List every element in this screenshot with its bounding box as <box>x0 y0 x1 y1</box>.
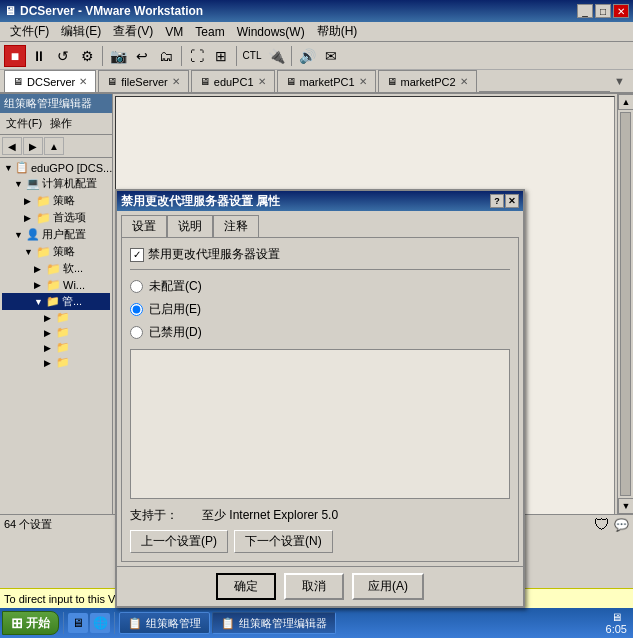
radio-dis-label: 已禁用(D) <box>149 324 202 341</box>
menu-vm[interactable]: VM <box>159 23 189 41</box>
menu-help[interactable]: 帮助(H) <box>311 21 364 42</box>
tab-dcserver[interactable]: 🖥 DCServer ✕ <box>4 70 96 92</box>
tree-item-policy1[interactable]: ▶ 📁 策略 <box>2 192 110 209</box>
computer-icon: 💻 <box>26 177 40 190</box>
toolbar-settings-btn[interactable]: ⚙ <box>76 45 98 67</box>
dialog-close-btn[interactable]: ✕ <box>505 194 519 208</box>
tree-item-policy2[interactable]: ▼ 📁 策略 <box>2 243 110 260</box>
radio-nc-label: 未配置(C) <box>149 278 202 295</box>
toolbar-snapshot-btn[interactable]: 📷 <box>107 45 129 67</box>
taskbar: ⊞ 开始 🖥 🌐 📋 组策略管理 📋 组策略管理编辑器 🖥 6:05 <box>0 608 633 638</box>
tree-item-wi[interactable]: ▶ 📁 Wi... <box>2 277 110 293</box>
tab-marketpc1-icon: 🖥 <box>286 76 296 87</box>
toolbar-restart-btn[interactable]: ↺ <box>52 45 74 67</box>
toolbar-revert-btn[interactable]: ↩ <box>131 45 153 67</box>
radio-not-configured[interactable]: 未配置(C) <box>130 278 510 295</box>
radio-nc-input[interactable] <box>130 280 143 293</box>
tab-dcserver-label: DCServer <box>27 76 75 88</box>
close-button[interactable]: ✕ <box>613 4 629 18</box>
support-value: 至少 Internet Explorer 5.0 <box>202 507 338 524</box>
toolbar-sound-btn[interactable]: 🔊 <box>296 45 318 67</box>
minimize-button[interactable]: _ <box>577 4 593 18</box>
nav-forward-btn[interactable]: ▶ <box>23 137 43 155</box>
dialog-help-btn[interactable]: ? <box>490 194 504 208</box>
menu-edit[interactable]: 编辑(E) <box>55 21 107 42</box>
tree-item-computer[interactable]: ▼ 💻 计算机配置 <box>2 175 110 192</box>
dialog-ok-btn[interactable]: 确定 <box>216 573 276 600</box>
nav-back-btn[interactable]: ◀ <box>2 137 22 155</box>
toolbar-unity-btn[interactable]: ⊞ <box>210 45 232 67</box>
taskbar-item-policy[interactable]: 📋 组策略管理 <box>119 612 210 634</box>
dialog-checkbox[interactable]: ✓ <box>130 248 144 262</box>
tab-marketpc1[interactable]: 🖥 marketPC1 ✕ <box>277 70 376 92</box>
scroll-up[interactable]: ▲ <box>618 94 633 110</box>
toolbar-pause-btn[interactable]: ⏸ <box>28 45 50 67</box>
tab-scroll-arrow[interactable]: ▼ <box>610 75 629 87</box>
toolbar-sep2 <box>181 46 182 66</box>
expand-icon-mgmt: ▼ <box>34 297 44 307</box>
toolbar-snap-mgr-btn[interactable]: 🗂 <box>155 45 177 67</box>
taskbar-editor-label: 组策略管理编辑器 <box>239 616 327 631</box>
nav-up-btn[interactable]: ▲ <box>44 137 64 155</box>
dialog-apply-btn[interactable]: 应用(A) <box>352 573 424 600</box>
tab-fileserver[interactable]: 🖥 fileServer ✕ <box>98 70 188 92</box>
tree-item-sub1[interactable]: ▶ 📁 <box>2 310 110 325</box>
tab-fileserver-close[interactable]: ✕ <box>172 76 180 87</box>
tree-item-edugpo[interactable]: ▼ 📋 eduGPO [DCS... <box>2 160 110 175</box>
expand-icon: ▼ <box>4 163 13 173</box>
tree-item-sub2[interactable]: ▶ 📁 <box>2 325 110 340</box>
tab-dcserver-icon: 🖥 <box>13 76 23 87</box>
toolbar-usb-btn[interactable]: 🔌 <box>265 45 287 67</box>
radio-enabled[interactable]: 已启用(E) <box>130 301 510 318</box>
tab-marketpc1-label: marketPC1 <box>300 76 355 88</box>
scroll-down[interactable]: ▼ <box>618 498 633 514</box>
left-menu-action[interactable]: 操作 <box>46 115 76 132</box>
tab-marketpc2[interactable]: 🖥 marketPC2 ✕ <box>378 70 477 92</box>
menu-team[interactable]: Team <box>189 23 230 41</box>
taskbar-editor-icon: 📋 <box>221 617 235 630</box>
toolbar-msg-btn[interactable]: ✉ <box>320 45 342 67</box>
next-setting-btn[interactable]: 下一个设置(N) <box>234 530 333 553</box>
tree-item-mgmt[interactable]: ▼ 📁 管... <box>2 293 110 310</box>
maximize-button[interactable]: □ <box>595 4 611 18</box>
tab-dcserver-close[interactable]: ✕ <box>79 76 87 87</box>
menu-file[interactable]: 文件(F) <box>4 21 55 42</box>
taskbar-item-policy-editor[interactable]: 📋 组策略管理编辑器 <box>212 612 336 634</box>
expand-icon-wi: ▶ <box>34 280 44 290</box>
scroll-thumb[interactable] <box>620 112 631 496</box>
menu-windows[interactable]: Windows(W) <box>231 23 311 41</box>
dialog-tab-description[interactable]: 说明 <box>167 215 213 237</box>
dialog-tab-settings[interactable]: 设置 <box>121 215 167 237</box>
tree-item-sub4[interactable]: ▶ 📁 <box>2 355 110 370</box>
status-icon: 🛡 <box>594 516 610 534</box>
dialog-tab-notes[interactable]: 注释 <box>213 215 259 237</box>
start-button[interactable]: ⊞ 开始 <box>2 611 59 635</box>
taskbar-sep1 <box>63 612 64 634</box>
tree-item-pref1[interactable]: ▶ 📁 首选项 <box>2 209 110 226</box>
tab-marketpc2-close[interactable]: ✕ <box>460 76 468 87</box>
quick-launch-ie[interactable]: 🌐 <box>90 613 110 633</box>
tree-item-userconfig[interactable]: ▼ 👤 用户配置 <box>2 226 110 243</box>
taskbar-quick-launch: 🖥 🌐 <box>68 613 110 633</box>
menu-view[interactable]: 查看(V) <box>107 21 159 42</box>
radio-en-input[interactable] <box>130 303 143 316</box>
left-menu-file[interactable]: 文件(F) <box>2 115 46 132</box>
tree-item-sub3[interactable]: ▶ 📁 <box>2 340 110 355</box>
toolbar-power-btn[interactable]: ■ <box>4 45 26 67</box>
dialog: 禁用更改代理服务器设置 属性 ? ✕ 设置 说明 注释 ✓ 禁用更改代理服务器设… <box>115 189 525 608</box>
quick-launch-desktop[interactable]: 🖥 <box>68 613 88 633</box>
tab-marketpc1-close[interactable]: ✕ <box>359 76 367 87</box>
tab-edupc1-close[interactable]: ✕ <box>258 76 266 87</box>
dialog-content: ✓ 禁用更改代理服务器设置 未配置(C) 已启用(E) 已禁用( <box>121 237 519 562</box>
tree-item-sw[interactable]: ▶ 📁 软... <box>2 260 110 277</box>
toolbar-connect-btn[interactable]: CTL <box>241 45 263 67</box>
toolbar-fullscreen-btn[interactable]: ⛶ <box>186 45 208 67</box>
radio-en-label: 已启用(E) <box>149 301 201 318</box>
prev-setting-btn[interactable]: 上一个设置(P) <box>130 530 228 553</box>
tab-edupc1[interactable]: 🖥 eduPC1 ✕ <box>191 70 275 92</box>
expand-icon-sw: ▶ <box>34 264 44 274</box>
radio-dis-input[interactable] <box>130 326 143 339</box>
radio-disabled[interactable]: 已禁用(D) <box>130 324 510 341</box>
dialog-cancel-btn[interactable]: 取消 <box>284 573 344 600</box>
tab-marketpc2-icon: 🖥 <box>387 76 397 87</box>
